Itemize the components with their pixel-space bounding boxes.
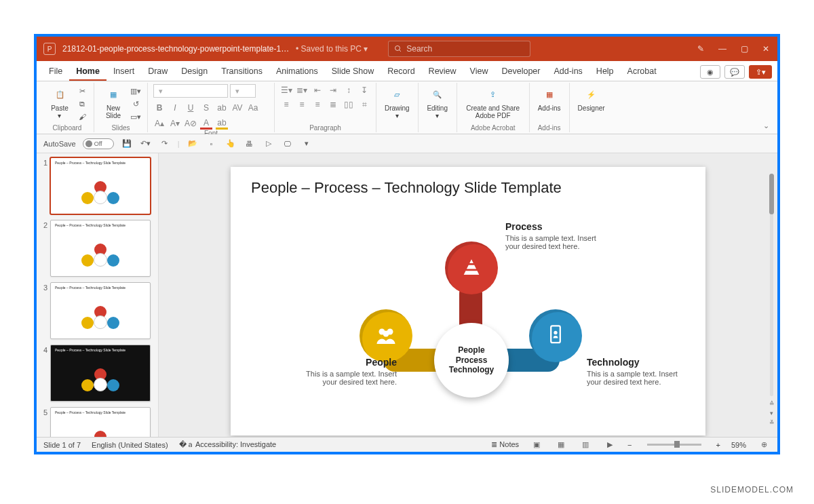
align-left[interactable]: ≡: [280, 98, 292, 111]
prev-slide-button[interactable]: ≙: [768, 399, 775, 408]
people-circle[interactable]: [360, 309, 412, 362]
tab-record[interactable]: Record: [381, 62, 421, 81]
tab-design[interactable]: Design: [174, 62, 214, 81]
tab-acrobat[interactable]: Acrobat: [621, 62, 663, 81]
fit-to-window[interactable]: ⊕: [757, 440, 771, 450]
strike-button[interactable]: S: [200, 102, 212, 114]
quick-print-button[interactable]: 🖶: [244, 138, 256, 150]
font-family-select[interactable]: ▾: [153, 84, 228, 98]
open-button[interactable]: 📂: [187, 138, 199, 150]
document-name[interactable]: 21812-01-people-process-technology-power…: [62, 44, 293, 54]
comments-button[interactable]: 💬: [724, 65, 745, 79]
zoom-slider[interactable]: [647, 444, 701, 446]
tab-transitions[interactable]: Transitions: [214, 62, 269, 81]
smartart-button[interactable]: ⌗: [358, 98, 370, 111]
maximize-button[interactable]: ▢: [739, 44, 749, 54]
language-status[interactable]: English (United States): [92, 441, 168, 449]
technology-text[interactable]: Technology This is a sample text. Insert…: [587, 357, 689, 386]
section-button[interactable]: ▭▾: [130, 111, 142, 122]
tab-add-ins[interactable]: Add-ins: [547, 62, 589, 81]
normal-view-button[interactable]: ▣: [530, 440, 543, 450]
slide-thumbnail-5[interactable]: People – Process – Technology Slide Temp…: [50, 407, 151, 437]
present-button[interactable]: 🖵: [282, 138, 294, 150]
tab-slide-show[interactable]: Slide Show: [325, 62, 381, 81]
align-right[interactable]: ≡: [311, 98, 324, 111]
text-direction[interactable]: ↧: [358, 84, 370, 96]
tab-developer[interactable]: Developer: [495, 62, 547, 81]
sorter-view-button[interactable]: ▦: [554, 440, 568, 450]
accessibility-status[interactable]: �ａ Accessibility: Investigate: [179, 440, 277, 450]
next-slide-button-2[interactable]: ≚: [768, 418, 775, 427]
paste-button[interactable]: 📋 Paste▾: [46, 84, 73, 121]
designer-button[interactable]: ⚡ Designer: [575, 84, 608, 113]
slide-canvas[interactable]: People – Process – Technology Slide Temp…: [231, 167, 705, 435]
next-slide-button[interactable]: ▾: [768, 408, 775, 418]
technology-circle[interactable]: [529, 309, 582, 362]
align-center[interactable]: ≡: [296, 98, 308, 111]
bullets-button[interactable]: ☰▾: [280, 84, 292, 96]
slide-thumbnail-1[interactable]: People – Process – Technology Slide Temp…: [50, 157, 151, 214]
slide-thumbnail-panel[interactable]: 1People – Process – Technology Slide Tem…: [37, 153, 159, 437]
justify[interactable]: ≣: [327, 98, 339, 111]
pen-icon[interactable]: ✎: [696, 44, 705, 54]
slide-thumbnail-3[interactable]: People – Process – Technology Slide Temp…: [50, 282, 151, 339]
save-status[interactable]: • Saved to this PC ▾: [296, 44, 368, 54]
font-size-select[interactable]: ▾: [230, 84, 256, 98]
underline-button[interactable]: U: [185, 102, 197, 114]
cut-button[interactable]: ✂: [76, 85, 88, 96]
vertical-scrollbar[interactable]: ≙ ▾ ≚: [768, 160, 775, 430]
notes-button[interactable]: ≣ Notes: [491, 440, 519, 449]
center-circle[interactable]: People Process Technology: [434, 323, 509, 398]
close-button[interactable]: ✕: [761, 44, 771, 54]
touch-mode-button[interactable]: 👆: [225, 138, 237, 150]
redo-button[interactable]: ↷: [159, 138, 171, 150]
bold-button[interactable]: B: [153, 102, 166, 114]
slide-counter[interactable]: Slide 1 of 7: [43, 441, 81, 449]
collapse-ribbon-button[interactable]: ⌄: [759, 119, 773, 132]
people-text[interactable]: People This is a sample text. Insert you…: [295, 357, 397, 386]
save-button[interactable]: 💾: [121, 138, 133, 150]
shadow-button[interactable]: ab: [216, 102, 228, 114]
slideshow-view-button[interactable]: ▶: [603, 440, 617, 450]
columns-button[interactable]: ▯▯: [343, 98, 355, 111]
line-spacing[interactable]: ↕: [343, 84, 355, 96]
editing-button[interactable]: 🔍 Editing▾: [424, 84, 451, 121]
search-box[interactable]: Search: [388, 41, 530, 57]
drawing-button[interactable]: ▱ Drawing▾: [382, 84, 412, 121]
adobe-pdf-button[interactable]: ⇪ Create and Share Adobe PDF: [463, 84, 524, 121]
slide-thumbnail-4[interactable]: People – Process – Technology Slide Temp…: [50, 345, 151, 402]
numbering-button[interactable]: ≣▾: [296, 84, 308, 96]
tab-animations[interactable]: Animations: [269, 62, 325, 81]
process-text[interactable]: Process This is a sample text. Insert yo…: [505, 221, 607, 250]
zoom-out[interactable]: −: [627, 441, 632, 449]
spacing-button[interactable]: AV: [231, 102, 244, 114]
tab-insert[interactable]: Insert: [106, 62, 141, 81]
process-circle[interactable]: [445, 241, 498, 294]
copy-button[interactable]: ⧉: [76, 98, 88, 109]
addins-button[interactable]: ▦ Add-ins: [535, 84, 564, 113]
slide-canvas-area[interactable]: People – Process – Technology Slide Temp…: [159, 153, 777, 437]
new-button[interactable]: ▫: [206, 138, 218, 150]
highlight-color[interactable]: ab: [216, 117, 228, 130]
indent-inc[interactable]: ⇥: [327, 84, 339, 96]
shrink-font[interactable]: A▾: [169, 117, 181, 130]
slide-title[interactable]: People – Process – Technology Slide Temp…: [251, 179, 685, 197]
scroll-thumb[interactable]: [769, 174, 774, 214]
layout-button[interactable]: ▥▾: [130, 85, 142, 96]
reading-view-button[interactable]: ▥: [579, 440, 592, 450]
new-slide-button[interactable]: ▦ New Slide: [100, 84, 127, 121]
zoom-in[interactable]: +: [716, 441, 720, 449]
case-button[interactable]: Aa: [247, 102, 259, 114]
tab-file[interactable]: File: [42, 62, 69, 81]
undo-button[interactable]: ↶▾: [140, 138, 152, 150]
clear-format[interactable]: A⊘: [185, 117, 197, 130]
format-painter-button[interactable]: 🖌: [76, 111, 88, 122]
tab-view[interactable]: View: [463, 62, 495, 81]
tab-draw[interactable]: Draw: [141, 62, 174, 81]
slide-thumbnail-2[interactable]: People – Process – Technology Slide Temp…: [50, 220, 151, 277]
autosave-toggle[interactable]: Off: [83, 138, 114, 149]
italic-button[interactable]: I: [169, 102, 181, 114]
share-button[interactable]: ⇪▾: [749, 65, 772, 79]
tab-review[interactable]: Review: [422, 62, 463, 81]
minimize-button[interactable]: —: [718, 44, 727, 54]
